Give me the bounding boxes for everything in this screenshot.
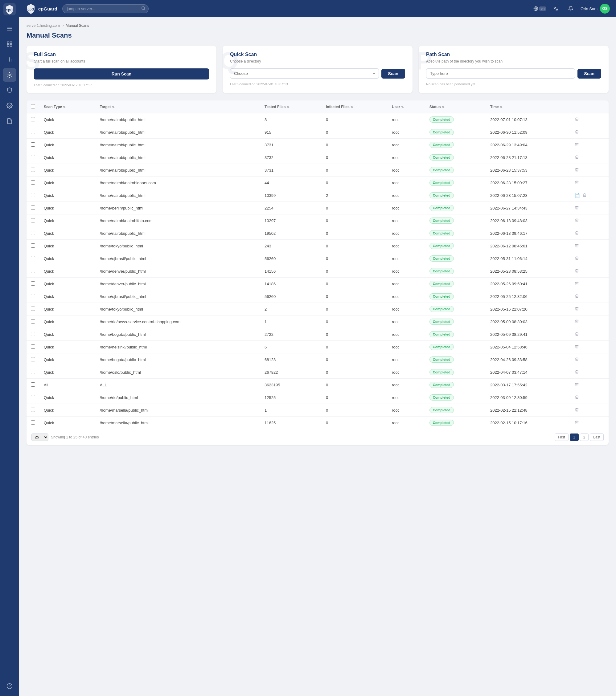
- delete-icon[interactable]: [575, 345, 579, 350]
- sort-user-icon[interactable]: ⇅: [401, 105, 404, 109]
- run-scan-button[interactable]: Run Scan: [34, 68, 209, 79]
- row-checkbox-18[interactable]: [31, 345, 35, 349]
- sort-tested-icon[interactable]: ⇅: [287, 105, 289, 109]
- delete-icon[interactable]: [575, 357, 579, 362]
- row-time: 2022-05-09 08:29:41: [486, 328, 570, 341]
- report-icon[interactable]: 📄: [575, 193, 580, 198]
- delete-icon[interactable]: [575, 382, 579, 387]
- delete-icon[interactable]: [575, 319, 579, 325]
- row-checkbox-1[interactable]: [31, 130, 35, 134]
- delete-icon[interactable]: [575, 269, 579, 274]
- row-checkbox-21[interactable]: [31, 382, 35, 387]
- row-checkbox-19[interactable]: [31, 357, 35, 361]
- row-status: Completed: [425, 151, 486, 164]
- row-user: root: [387, 240, 425, 252]
- search-input[interactable]: [62, 4, 149, 13]
- row-checkbox-8[interactable]: [31, 218, 35, 222]
- user-menu[interactable]: Orin Sam OS: [581, 4, 610, 14]
- col-user: User ⇅: [387, 100, 425, 113]
- delete-icon[interactable]: [575, 395, 579, 400]
- row-checkbox-14[interactable]: [31, 294, 35, 298]
- language-selector[interactable]: en: [533, 6, 546, 11]
- sidebar-item-dashboard[interactable]: [3, 37, 16, 51]
- delete-icon[interactable]: [575, 306, 579, 312]
- row-checkbox-13[interactable]: [31, 281, 35, 286]
- table-row: Quick /home/oslo/public_html 267822 0 ro…: [27, 366, 609, 379]
- row-checkbox-cell: [27, 126, 40, 139]
- row-time: 2022-06-12 08:45:01: [486, 240, 570, 252]
- row-checkbox-20[interactable]: [31, 370, 35, 374]
- row-checkbox-2[interactable]: [31, 142, 35, 147]
- last-page-button[interactable]: Last: [590, 433, 604, 441]
- row-checkbox-6[interactable]: [31, 193, 35, 197]
- delete-icon[interactable]: [575, 332, 579, 337]
- path-scan-button[interactable]: Scan: [578, 69, 601, 79]
- delete-icon[interactable]: [575, 218, 579, 223]
- row-checkbox-cell: [27, 202, 40, 215]
- sort-status-icon[interactable]: ⇅: [442, 105, 444, 109]
- delete-icon[interactable]: [582, 193, 587, 198]
- quick-scan-dropdown[interactable]: Choose/home/nairobi/public_html/home/ber…: [230, 68, 379, 79]
- delete-icon[interactable]: [575, 370, 579, 375]
- quick-scan-button[interactable]: Scan: [381, 69, 405, 79]
- delete-icon[interactable]: [575, 142, 579, 147]
- row-checkbox-9[interactable]: [31, 231, 35, 235]
- sidebar-item-help[interactable]: [3, 679, 16, 693]
- sort-time-icon[interactable]: ⇅: [500, 105, 502, 109]
- sidebar-item-shield[interactable]: [3, 83, 16, 97]
- delete-icon[interactable]: [575, 206, 579, 211]
- sort-scan-type-icon[interactable]: ⇅: [63, 105, 65, 109]
- delete-icon[interactable]: [575, 243, 579, 249]
- delete-icon[interactable]: [575, 130, 579, 135]
- sidebar-item-menu[interactable]: [3, 22, 16, 35]
- row-checkbox-4[interactable]: [31, 168, 35, 172]
- delete-icon[interactable]: [575, 180, 579, 186]
- row-checkbox-5[interactable]: [31, 180, 35, 185]
- sort-infected-icon[interactable]: ⇅: [351, 105, 353, 109]
- row-infected-files: 0: [322, 353, 387, 366]
- quick-scan-bg-letter: Q: [222, 49, 238, 73]
- row-checkbox-cell: [27, 341, 40, 353]
- delete-icon[interactable]: [575, 256, 579, 261]
- sidebar-item-settings[interactable]: [3, 99, 16, 112]
- row-checkbox-23[interactable]: [31, 408, 35, 412]
- translate-icon-btn[interactable]: [551, 4, 561, 14]
- path-scan-input[interactable]: [426, 68, 575, 79]
- delete-icon[interactable]: [575, 168, 579, 173]
- notification-bell-btn[interactable]: [566, 4, 575, 14]
- delete-icon[interactable]: [575, 408, 579, 413]
- delete-icon[interactable]: [575, 294, 579, 299]
- table-row: Quick /home/nairobi/public_html 19502 0 …: [27, 227, 609, 240]
- row-checkbox-17[interactable]: [31, 332, 35, 336]
- row-checkbox-11[interactable]: [31, 256, 35, 260]
- per-page-dropdown[interactable]: 102550100: [31, 433, 48, 441]
- sidebar-item-stats[interactable]: [3, 53, 16, 66]
- row-status: Completed: [425, 252, 486, 265]
- row-checkbox-15[interactable]: [31, 306, 35, 311]
- row-checkbox-22[interactable]: [31, 395, 35, 399]
- row-checkbox-7[interactable]: [31, 206, 35, 210]
- sidebar-item-scan[interactable]: [3, 68, 16, 82]
- page-1-button[interactable]: 1: [570, 433, 579, 441]
- row-checkbox-12[interactable]: [31, 269, 35, 273]
- delete-icon[interactable]: [575, 117, 579, 122]
- sidebar-item-files[interactable]: [3, 114, 16, 128]
- delete-icon[interactable]: [575, 281, 579, 286]
- row-checkbox-24[interactable]: [31, 420, 35, 425]
- row-checkbox-3[interactable]: [31, 155, 35, 159]
- row-checkbox-cell: [27, 391, 40, 404]
- page-2-button[interactable]: 2: [580, 433, 589, 441]
- row-checkbox-0[interactable]: [31, 117, 35, 122]
- breadcrumb-parent[interactable]: server1.hosting.com: [27, 23, 60, 28]
- delete-icon[interactable]: [575, 420, 579, 426]
- full-scan-title: Full Scan: [34, 52, 209, 57]
- row-checkbox-16[interactable]: [31, 319, 35, 323]
- sidebar-logo: cpG: [3, 3, 16, 16]
- delete-icon[interactable]: [575, 155, 579, 160]
- row-user: root: [387, 303, 425, 316]
- delete-icon[interactable]: [575, 231, 579, 236]
- first-page-button[interactable]: First: [555, 433, 569, 441]
- select-all-checkbox[interactable]: [31, 104, 35, 108]
- sort-target-icon[interactable]: ⇅: [112, 105, 114, 109]
- row-checkbox-10[interactable]: [31, 243, 35, 248]
